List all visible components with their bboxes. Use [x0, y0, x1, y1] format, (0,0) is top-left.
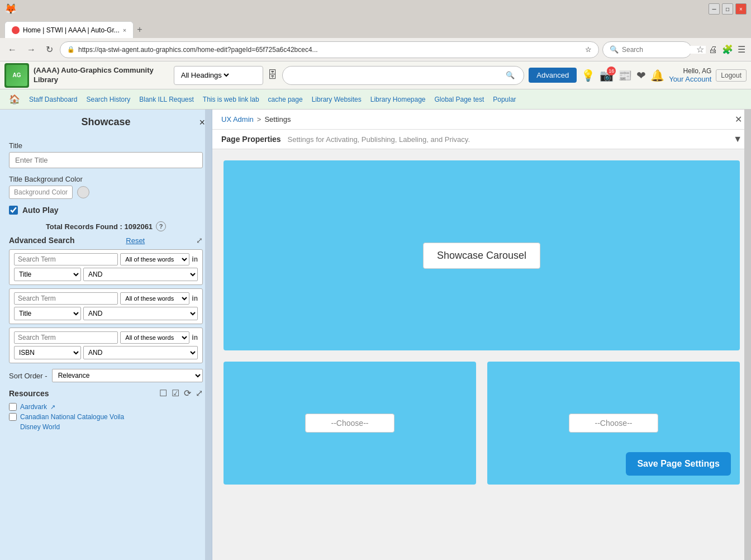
news-icon-button[interactable]: 📰: [618, 69, 632, 82]
resource-check-icon[interactable]: ☑: [172, 388, 179, 398]
nav-item-weblink-lab[interactable]: This is web link lab: [203, 96, 259, 103]
search-term-input-3[interactable]: [14, 331, 118, 344]
content-area: Showcase Carousel --Choose-- --Choose-- …: [212, 149, 751, 507]
choose-box-right[interactable]: --Choose--: [569, 414, 658, 433]
new-tab-button[interactable]: +: [134, 21, 145, 38]
extensions-icon[interactable]: 🧩: [721, 43, 734, 56]
database-icon[interactable]: 🗄: [268, 69, 278, 81]
minimize-button[interactable]: ─: [709, 3, 720, 15]
resource-refresh-icon[interactable]: ⟳: [184, 388, 191, 398]
nav-item-blank-ill[interactable]: Blank ILL Request: [139, 96, 194, 103]
nav-item-search-history[interactable]: Search History: [87, 96, 131, 103]
search-type-select-1[interactable]: All of these words Any of these words: [120, 253, 189, 265]
collapse-button[interactable]: ⤢: [196, 236, 203, 245]
logout-button[interactable]: Logout: [716, 69, 747, 82]
advanced-search-button[interactable]: Advanced: [529, 68, 577, 83]
page-properties-title: Page Properties: [221, 135, 281, 144]
header-search-input[interactable]: [292, 71, 506, 79]
bookmark-icon[interactable]: ☆: [695, 43, 705, 56]
help-icon[interactable]: ?: [156, 221, 166, 231]
search-type-select[interactable]: All Headings Title Author Subject: [179, 70, 231, 80]
resource-item-canadian: Canadian National Catalogue Voila: [9, 413, 203, 421]
nav-item-library-websites[interactable]: Library Websites: [312, 96, 362, 103]
header-search-magnifier-icon[interactable]: 🔍: [506, 71, 515, 79]
search-term-input-2[interactable]: [14, 292, 118, 305]
background-color-text: Background Color: [14, 188, 68, 196]
nav-item-popular[interactable]: Popular: [493, 96, 516, 103]
search-type-select-2[interactable]: All of these words Any of these words: [120, 292, 189, 305]
search-magnifier-icon: 🔍: [610, 45, 619, 54]
camera-badge: 16: [607, 67, 616, 75]
resources-icons: ☐ ☑ ⟳ ⤢: [159, 388, 203, 398]
bottom-row: --Choose-- --Choose-- Save Page Settings: [224, 362, 740, 485]
tip-icon-button[interactable]: 💡: [581, 69, 595, 82]
reset-link[interactable]: Reset: [126, 236, 145, 245]
title-form-group: Title: [9, 141, 203, 168]
header-right: 💡 📷 16 📰 ❤ 🔔 Hello, AG Your Account Logo…: [581, 67, 747, 83]
panel-title: Showcase: [81, 116, 130, 128]
resource-link-aardvark[interactable]: Aardvark: [20, 403, 47, 411]
panel-close-button[interactable]: ×: [199, 116, 205, 128]
choose-box-left[interactable]: --Choose--: [305, 414, 394, 433]
logic-select-2[interactable]: AND OR NOT: [83, 307, 198, 320]
resource-checkbox-icon[interactable]: ☐: [159, 388, 167, 398]
app-header: AG (AAAA) Auto-Graphics Community Librar…: [0, 61, 751, 89]
hello-text: Hello, AG: [669, 67, 711, 75]
search-term-input-1[interactable]: [14, 253, 118, 265]
title-bg-color-label: Title Background Color: [9, 175, 203, 183]
header-search-bar[interactable]: 🔍: [282, 66, 525, 85]
maximize-button[interactable]: □: [722, 3, 733, 15]
sort-order-label: Sort Order -: [9, 372, 47, 380]
browser-search-bar[interactable]: 🔍: [602, 41, 692, 58]
field-select-2[interactable]: Title Author Subject ISBN: [14, 307, 81, 320]
camera-icon-button[interactable]: 📷 16: [600, 69, 614, 82]
reload-button[interactable]: ↻: [42, 43, 56, 56]
advanced-search-header: Advanced Search Reset ⤢: [9, 236, 203, 245]
forward-button[interactable]: →: [23, 44, 39, 56]
nav-item-staff-dashboard[interactable]: Staff Dashboard: [29, 96, 78, 103]
browser-search-input[interactable]: [622, 46, 706, 54]
field-select-1[interactable]: Title Author Subject ISBN: [14, 268, 81, 281]
close-button[interactable]: ×: [735, 3, 747, 15]
home-icon[interactable]: 🏠: [9, 94, 20, 105]
save-page-settings-button[interactable]: Save Page Settings: [626, 452, 731, 476]
search-type-select-3[interactable]: All of these words Any of these words: [120, 331, 189, 344]
nav-item-global-page-test[interactable]: Global Page test: [435, 96, 484, 103]
auto-play-checkbox[interactable]: [9, 206, 18, 215]
page-close-button[interactable]: ✕: [735, 114, 742, 125]
bell-icon-button[interactable]: 🔔: [650, 69, 664, 82]
logic-select-3[interactable]: AND OR NOT: [83, 346, 198, 359]
color-swatch[interactable]: [77, 186, 89, 198]
field-select-3[interactable]: Title Author Subject ISBN: [14, 346, 81, 359]
nav-item-cache-page[interactable]: cache page: [268, 96, 303, 103]
menu-icon[interactable]: ☰: [736, 43, 747, 56]
background-color-input[interactable]: Background Color: [9, 186, 73, 199]
url-input[interactable]: [78, 46, 582, 54]
resource-collapse-icon[interactable]: ⤢: [196, 388, 203, 398]
heart-icon-button[interactable]: ❤: [636, 69, 646, 82]
search-row-1: All of these words Any of these words in…: [9, 249, 203, 285]
active-tab[interactable]: Home | STWI | AAAA | Auto-Gr... ×: [4, 21, 134, 38]
page-properties-bar: Page Properties Settings for Activating,…: [212, 130, 751, 149]
resource-checkbox-aardvark[interactable]: [9, 403, 17, 411]
account-button[interactable]: Your Account: [669, 75, 711, 83]
resource-link-canadian[interactable]: Canadian National Catalogue Voila: [20, 413, 124, 421]
logic-select-1[interactable]: AND OR NOT: [83, 268, 198, 281]
resources-section: Resources ☐ ☑ ⟳ ⤢ Aardvark ↗: [9, 388, 203, 431]
tab-title: Home | STWI | AAAA | Auto-Gr...: [23, 26, 120, 34]
tab-close-button[interactable]: ×: [123, 27, 126, 34]
auto-play-label[interactable]: Auto Play: [22, 206, 59, 215]
search-type-dropdown[interactable]: All Headings Title Author Subject: [174, 66, 263, 85]
title-input[interactable]: [9, 152, 203, 168]
star-icon[interactable]: ☆: [585, 45, 592, 54]
sort-order-select[interactable]: Relevance Title Author Date: [52, 369, 203, 382]
resource-link-disney[interactable]: Disney World: [20, 423, 60, 431]
print-icon[interactable]: 🖨: [707, 44, 719, 56]
back-button[interactable]: ←: [4, 44, 20, 56]
breadcrumb-parent[interactable]: UX Admin: [221, 115, 254, 124]
url-bar[interactable]: 🔒 ☆: [60, 41, 599, 58]
resource-checkbox-canadian[interactable]: [9, 413, 17, 421]
tab-favicon: [12, 26, 20, 34]
nav-item-library-homepage[interactable]: Library Homepage: [370, 96, 426, 103]
page-properties-toggle[interactable]: ▼: [733, 134, 742, 144]
